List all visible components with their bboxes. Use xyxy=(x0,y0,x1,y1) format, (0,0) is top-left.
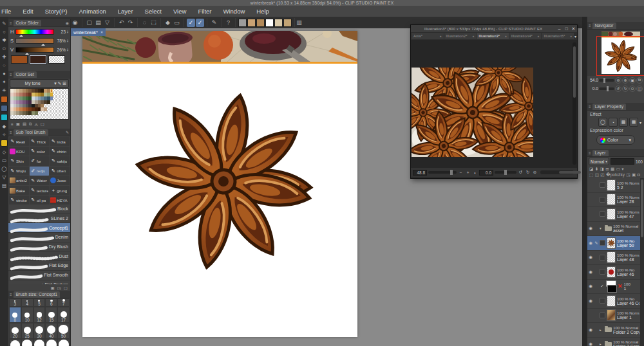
zoom-out-icon[interactable]: − xyxy=(458,170,464,175)
select-dashed-icon[interactable]: ◌ xyxy=(140,19,149,27)
save-icon[interactable]: ▽ xyxy=(103,19,111,27)
maximize-icon[interactable]: □ xyxy=(563,26,570,31)
zoom-tool-icon[interactable]: ○ xyxy=(1,28,8,35)
sub-tool-texture[interactable]: ✎texture xyxy=(30,186,50,195)
sub-tool-bake[interactable]: Bake xyxy=(9,186,29,195)
chevron-down-icon[interactable]: ▾ xyxy=(639,120,641,125)
zoom-slider[interactable] xyxy=(428,171,457,174)
layer-thumbnail[interactable] xyxy=(607,266,616,278)
navigator-zoom-slider[interactable] xyxy=(599,79,614,82)
brush-size-tab[interactable]: Brush size: Concept1 xyxy=(14,291,61,298)
layer-tool-icon[interactable]: ▦ xyxy=(611,167,614,172)
brush-list-footer-icon[interactable]: ▢ xyxy=(64,286,68,291)
layer-thumbnail[interactable] xyxy=(607,251,616,263)
navigator-view-rect[interactable] xyxy=(596,36,644,76)
flip-horizontal-icon[interactable]: ◫ xyxy=(636,86,643,92)
canvas-tab[interactable]: winterbreak* ✕ xyxy=(71,28,106,36)
menu-edit[interactable]: Edit xyxy=(17,8,39,15)
rotation-slider[interactable] xyxy=(495,171,516,174)
close-tab-icon[interactable]: ● xyxy=(537,34,539,38)
sub-tool-wojiu[interactable]: ✎Wojiu xyxy=(9,167,29,176)
color-slider-tab[interactable]: Color Slider xyxy=(14,20,42,26)
layer-row[interactable]: 100 % NormalLayer 28 xyxy=(587,193,640,208)
sub-color-swatch[interactable] xyxy=(30,55,46,64)
zoom-in-icon[interactable]: + xyxy=(465,170,471,175)
material-icon[interactable]: ▥ xyxy=(295,19,303,27)
panel-menu-icon[interactable]: ≡ xyxy=(10,73,12,77)
brush-size-70[interactable]: 70 xyxy=(21,339,33,346)
chevron-icon[interactable]: ▸ xyxy=(600,328,603,332)
brush-size-30[interactable]: 30 xyxy=(33,323,46,339)
sub-tool-often[interactable]: ✎often xyxy=(50,167,70,176)
color-set-footer-icon[interactable]: ▢ xyxy=(41,122,44,127)
sub-tool-skin[interactable]: ✎Skin xyxy=(9,156,29,165)
layer-row[interactable]: ◉▾100 % Normalasset xyxy=(587,222,640,237)
reference-window[interactable]: Illustration3* (800 x 533px 72dpi 48.8%)… xyxy=(410,24,578,179)
color-swatch[interactable] xyxy=(283,19,292,27)
panel-menu-icon[interactable]: ≡ xyxy=(10,131,12,134)
sub-tool-thick[interactable]: ✎Thick xyxy=(30,137,50,146)
brush-size-3[interactable]: 3 xyxy=(9,298,21,307)
eyedropper-tool-icon[interactable]: ● xyxy=(1,71,8,77)
layer-row[interactable]: 100 % Normal5 2 xyxy=(587,178,640,193)
sub-tool-artist2[interactable]: artist2 xyxy=(9,176,29,185)
paper-thumbnail[interactable] xyxy=(606,280,616,292)
open-icon[interactable]: ▤ xyxy=(94,19,102,27)
brush-dryblush[interactable]: Dry Blush xyxy=(8,242,70,252)
layer-tool-icon[interactable]: ▣ xyxy=(632,172,636,178)
layer-tool-icon[interactable]: ◨ xyxy=(600,167,604,172)
opacity-slider[interactable] xyxy=(611,158,634,165)
zoom-in-icon[interactable]: ⊕ xyxy=(622,77,629,84)
vertical-scrollbar[interactable] xyxy=(573,42,576,165)
brush-flatsmooth[interactable]: Flat Smooth xyxy=(8,271,70,280)
csp-logo-icon[interactable]: ◉ xyxy=(71,19,79,27)
layer-tool-icon[interactable]: ◫ xyxy=(595,172,599,178)
layer-checkbox[interactable] xyxy=(600,255,605,260)
sub-tool-water[interactable]: ✎Water xyxy=(30,176,50,185)
border-effect-icon[interactable]: ◯ xyxy=(598,118,607,127)
layer-scrollbar[interactable] xyxy=(640,178,644,346)
sub-tool-chirin[interactable]: ✎chirin xyxy=(50,147,70,156)
sub-tool-color[interactable]: ✎color xyxy=(30,147,50,156)
eye-icon[interactable]: ◉ xyxy=(588,298,593,304)
menu-layer[interactable]: Layer xyxy=(112,8,139,15)
palette-cell[interactable] xyxy=(65,115,68,119)
brush-size-6[interactable]: 6 xyxy=(45,298,57,307)
material-tool-icon[interactable]: ▤ xyxy=(1,183,8,189)
color-swatch[interactable] xyxy=(274,19,283,27)
close-icon[interactable]: ✕ xyxy=(100,30,104,34)
layer-tool-icon[interactable]: ◳ xyxy=(626,172,630,178)
brush-size-120[interactable]: 120 xyxy=(57,339,70,346)
sub-tool-heya[interactable]: HEYA xyxy=(50,196,70,205)
brush-dust[interactable]: Dust xyxy=(8,251,70,261)
layer-tool-icon[interactable]: ⬚ xyxy=(589,172,593,178)
rotate-ccw-icon[interactable]: ↺ xyxy=(615,86,621,92)
navigator-tab[interactable]: Navigator xyxy=(592,23,616,29)
layer-row[interactable]: ◉100 % NoLayer 46 Copy xyxy=(587,294,640,309)
layer-tool-icon[interactable]: ⊞ xyxy=(605,167,609,172)
layer-row[interactable]: 100 % NormalLayer 47 xyxy=(587,207,640,222)
main-color-icon[interactable] xyxy=(1,96,8,103)
balloon-tool-icon[interactable]: ◯ xyxy=(1,166,8,172)
color-set-footer-icon[interactable]: ▤ xyxy=(23,122,26,127)
brush-size-12[interactable]: 12 xyxy=(33,307,46,323)
panel-menu-icon[interactable]: ≡ xyxy=(10,293,12,296)
layer-checkbox[interactable] xyxy=(600,240,605,246)
sub-tool-sakiju[interactable]: ✎sakiju xyxy=(50,156,70,165)
minimize-icon[interactable]: – xyxy=(556,26,563,31)
color-swatch[interactable] xyxy=(247,19,256,27)
horizontal-scrollbar[interactable] xyxy=(540,170,574,174)
brush-size-8[interactable]: 8 xyxy=(9,307,21,323)
eye-icon[interactable]: ◉ xyxy=(588,241,593,246)
reference-window-titlebar[interactable]: Illustration3* (800 x 533px 72dpi 48.8%)… xyxy=(411,25,577,32)
brush-size-40[interactable]: 40 xyxy=(45,323,57,339)
navigator-zoom-value[interactable]: 54.0 xyxy=(589,78,598,82)
slider-track-h[interactable] xyxy=(15,29,54,35)
layer-checkbox[interactable] xyxy=(600,197,605,203)
menu-filter[interactable]: Filter xyxy=(192,8,217,15)
brush-size-5[interactable]: 5 xyxy=(33,298,46,307)
marquee-tool-icon[interactable]: ◌ xyxy=(1,62,8,68)
zoom-out-icon[interactable]: ⊖ xyxy=(615,77,621,84)
fill-tool-icon[interactable]: ✧ xyxy=(1,131,8,138)
spinner-icon[interactable]: ▴▾ xyxy=(67,39,68,43)
